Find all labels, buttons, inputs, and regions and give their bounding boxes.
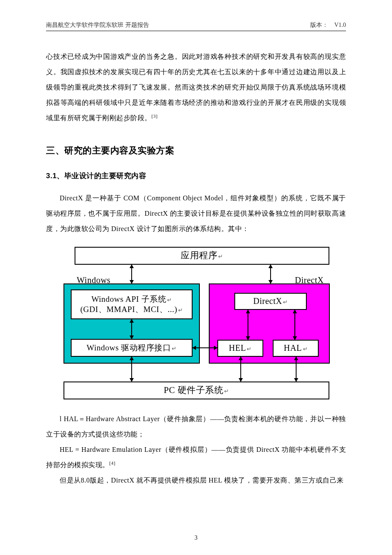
- diagram-box-windriver: Windows 驱动程序接口↵: [71, 339, 193, 357]
- section-3-1-heading: 3.1、毕业设计的主要研究内容: [46, 168, 346, 184]
- header-left: 南昌航空大学软件学院东软班 开题报告: [46, 21, 149, 29]
- citation-3: [3]: [152, 113, 158, 119]
- return-mark-icon: ↵: [224, 388, 229, 394]
- return-mark-icon: ↵: [172, 345, 177, 352]
- return-mark-icon: ↵: [247, 346, 252, 352]
- paragraph-hal: l HAL＝Hardware Abstract Layer（硬件抽象层）——负责…: [46, 411, 346, 442]
- arrow-windriver-hel: [193, 347, 217, 348]
- page-header: 南昌航空大学软件学院东软班 开题报告 版本： V1.0: [46, 21, 346, 31]
- return-mark-icon: ↵: [167, 297, 172, 303]
- header-right: 版本： V1.0: [310, 21, 346, 29]
- arrow-directx-hal: [294, 310, 295, 340]
- architecture-diagram: 应用程序↵ Windows DirectX Windows API 子系统↵ (…: [62, 247, 330, 399]
- arrow-app-windows: [131, 265, 132, 283]
- diagram-box-directx: DirectX↵: [234, 293, 307, 310]
- return-mark-icon: ↵: [218, 253, 223, 260]
- paragraph-v8: 但是从8.0版起，DirectX 就不再提供硬件模拟层 HEL 模块了，需要开发…: [46, 473, 346, 488]
- return-mark-icon: ↵: [303, 346, 308, 352]
- continuation-paragraph: 心技术已经成为中国游戏产业的当务之急。因此对游戏各种技术的研究和开发具有较高的现…: [46, 49, 346, 126]
- arrow-hel-pc: [240, 357, 241, 382]
- section-3-1-paragraph: DirectX 是一种基于 COM（Component Object Model…: [46, 191, 346, 237]
- page: 南昌航空大学软件学院东软班 开题报告 版本： V1.0 心技术已经成为中国游戏产…: [0, 0, 392, 555]
- return-mark-icon: ↵: [283, 299, 288, 305]
- arrow-directx-hel: [248, 310, 248, 340]
- paragraph-hel: HEL = Hardware Emulation Layer（硬件模拟层）——负…: [46, 442, 346, 473]
- page-number: 3: [0, 535, 392, 541]
- arrow-hal-pc: [296, 357, 297, 382]
- diagram-box-hel: HEL↵: [217, 340, 263, 357]
- diagram-box-winapi: Windows API 子系统↵ (GDI、MMAPI、MCI、...)↵: [71, 289, 193, 319]
- diagram-box-hal: HAL↵: [273, 340, 319, 357]
- arrow-winapi-windriver: [131, 319, 132, 339]
- return-mark-icon: ↵: [178, 307, 183, 313]
- diagram-box-app: 应用程序↵: [75, 247, 329, 265]
- diagram-box-pc: PC 硬件子系统↵: [63, 382, 329, 399]
- arrow-windriver-pc: [131, 357, 132, 382]
- section-3-heading: 三、研究的主要内容及实验方案: [46, 140, 346, 160]
- body: 心技术已经成为中国游戏产业的当务之急。因此对游戏各种技术的研究和开发具有较高的现…: [46, 49, 346, 488]
- citation-4: [4]: [110, 460, 115, 465]
- arrow-app-directx: [270, 265, 271, 283]
